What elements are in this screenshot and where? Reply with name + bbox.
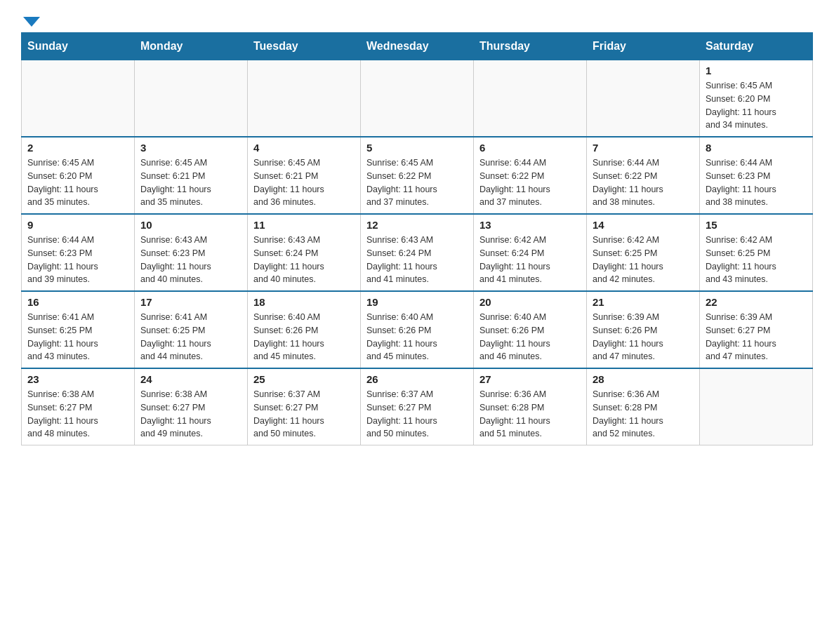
calendar-cell: 25Sunrise: 6:37 AMSunset: 6:27 PMDayligh…: [248, 368, 361, 445]
day-info: Sunrise: 6:44 AMSunset: 6:23 PMDaylight:…: [706, 156, 807, 209]
day-info: Sunrise: 6:37 AMSunset: 6:27 PMDaylight:…: [366, 388, 468, 441]
calendar-cell: 19Sunrise: 6:40 AMSunset: 6:26 PMDayligh…: [361, 291, 474, 368]
day-number: 14: [593, 219, 694, 231]
day-number: 23: [27, 373, 128, 385]
calendar-cell: 3Sunrise: 6:45 AMSunset: 6:21 PMDaylight…: [135, 137, 248, 214]
calendar-cell: [361, 60, 474, 137]
calendar-cell: [700, 368, 813, 445]
day-info: Sunrise: 6:45 AMSunset: 6:21 PMDaylight:…: [253, 156, 355, 209]
day-number: 24: [140, 373, 241, 385]
day-number: 13: [479, 219, 581, 231]
logo: [21, 14, 40, 25]
calendar-cell: 10Sunrise: 6:43 AMSunset: 6:23 PMDayligh…: [135, 214, 248, 291]
day-info: Sunrise: 6:38 AMSunset: 6:27 PMDaylight:…: [140, 388, 241, 441]
day-info: Sunrise: 6:36 AMSunset: 6:28 PMDaylight:…: [479, 388, 581, 441]
calendar-cell: 27Sunrise: 6:36 AMSunset: 6:28 PMDayligh…: [474, 368, 587, 445]
day-number: 16: [27, 296, 128, 308]
calendar-week-row: 1Sunrise: 6:45 AMSunset: 6:20 PMDaylight…: [22, 60, 813, 137]
day-info: Sunrise: 6:44 AMSunset: 6:22 PMDaylight:…: [593, 156, 694, 209]
day-number: 1: [706, 65, 807, 76]
day-info: Sunrise: 6:41 AMSunset: 6:25 PMDaylight:…: [27, 311, 128, 363]
header-sunday: Sunday: [22, 33, 135, 60]
day-number: 28: [593, 373, 694, 385]
day-info: Sunrise: 6:45 AMSunset: 6:22 PMDaylight:…: [366, 156, 468, 209]
day-number: 19: [366, 296, 468, 308]
day-info: Sunrise: 6:45 AMSunset: 6:21 PMDaylight:…: [140, 156, 241, 209]
day-number: 5: [366, 142, 468, 154]
day-info: Sunrise: 6:39 AMSunset: 6:26 PMDaylight:…: [593, 311, 694, 363]
day-info: Sunrise: 6:36 AMSunset: 6:28 PMDaylight:…: [593, 388, 694, 441]
calendar-cell: 11Sunrise: 6:43 AMSunset: 6:24 PMDayligh…: [248, 214, 361, 291]
day-number: 12: [366, 219, 468, 231]
calendar-week-row: 2Sunrise: 6:45 AMSunset: 6:20 PMDaylight…: [22, 137, 813, 214]
calendar-cell: 16Sunrise: 6:41 AMSunset: 6:25 PMDayligh…: [22, 291, 135, 368]
day-info: Sunrise: 6:38 AMSunset: 6:27 PMDaylight:…: [27, 388, 128, 441]
day-number: 10: [140, 219, 241, 231]
calendar-header-row: SundayMondayTuesdayWednesdayThursdayFrid…: [22, 33, 813, 60]
calendar-cell: 7Sunrise: 6:44 AMSunset: 6:22 PMDaylight…: [587, 137, 700, 214]
day-number: 18: [253, 296, 355, 308]
day-number: 4: [253, 142, 355, 154]
calendar-cell: [135, 60, 248, 137]
day-number: 25: [253, 373, 355, 385]
calendar-cell: 21Sunrise: 6:39 AMSunset: 6:26 PMDayligh…: [587, 291, 700, 368]
calendar-cell: [248, 60, 361, 137]
calendar-table: SundayMondayTuesdayWednesdayThursdayFrid…: [21, 32, 813, 445]
calendar-cell: 1Sunrise: 6:45 AMSunset: 6:20 PMDaylight…: [700, 60, 813, 137]
calendar-cell: 17Sunrise: 6:41 AMSunset: 6:25 PMDayligh…: [135, 291, 248, 368]
calendar-cell: [22, 60, 135, 137]
day-number: 3: [140, 142, 241, 154]
day-info: Sunrise: 6:42 AMSunset: 6:25 PMDaylight:…: [593, 234, 694, 286]
header-monday: Monday: [135, 33, 248, 60]
day-number: 21: [593, 296, 694, 308]
day-info: Sunrise: 6:39 AMSunset: 6:27 PMDaylight:…: [706, 311, 807, 363]
day-info: Sunrise: 6:40 AMSunset: 6:26 PMDaylight:…: [366, 311, 468, 363]
day-info: Sunrise: 6:43 AMSunset: 6:24 PMDaylight:…: [366, 234, 468, 286]
calendar-cell: 23Sunrise: 6:38 AMSunset: 6:27 PMDayligh…: [22, 368, 135, 445]
day-number: 2: [27, 142, 128, 154]
day-number: 26: [366, 373, 468, 385]
header-thursday: Thursday: [474, 33, 587, 60]
header-saturday: Saturday: [700, 33, 813, 60]
calendar-week-row: 16Sunrise: 6:41 AMSunset: 6:25 PMDayligh…: [22, 291, 813, 368]
calendar-cell: [474, 60, 587, 137]
day-number: 17: [140, 296, 241, 308]
calendar-cell: 2Sunrise: 6:45 AMSunset: 6:20 PMDaylight…: [22, 137, 135, 214]
day-info: Sunrise: 6:42 AMSunset: 6:25 PMDaylight:…: [706, 234, 807, 286]
calendar-week-row: 9Sunrise: 6:44 AMSunset: 6:23 PMDaylight…: [22, 214, 813, 291]
calendar-cell: 5Sunrise: 6:45 AMSunset: 6:22 PMDaylight…: [361, 137, 474, 214]
calendar-cell: 14Sunrise: 6:42 AMSunset: 6:25 PMDayligh…: [587, 214, 700, 291]
day-number: 6: [479, 142, 581, 154]
calendar-cell: 28Sunrise: 6:36 AMSunset: 6:28 PMDayligh…: [587, 368, 700, 445]
calendar-cell: 20Sunrise: 6:40 AMSunset: 6:26 PMDayligh…: [474, 291, 587, 368]
calendar-cell: 26Sunrise: 6:37 AMSunset: 6:27 PMDayligh…: [361, 368, 474, 445]
day-number: 27: [479, 373, 581, 385]
day-number: 9: [27, 219, 128, 231]
day-info: Sunrise: 6:45 AMSunset: 6:20 PMDaylight:…: [706, 79, 807, 132]
page-header: [21, 14, 813, 25]
calendar-cell: 8Sunrise: 6:44 AMSunset: 6:23 PMDaylight…: [700, 137, 813, 214]
day-info: Sunrise: 6:43 AMSunset: 6:23 PMDaylight:…: [140, 234, 241, 286]
day-info: Sunrise: 6:42 AMSunset: 6:24 PMDaylight:…: [479, 234, 581, 286]
day-info: Sunrise: 6:45 AMSunset: 6:20 PMDaylight:…: [27, 156, 128, 209]
calendar-cell: 6Sunrise: 6:44 AMSunset: 6:22 PMDaylight…: [474, 137, 587, 214]
calendar-cell: 12Sunrise: 6:43 AMSunset: 6:24 PMDayligh…: [361, 214, 474, 291]
calendar-cell: 4Sunrise: 6:45 AMSunset: 6:21 PMDaylight…: [248, 137, 361, 214]
calendar-cell: 15Sunrise: 6:42 AMSunset: 6:25 PMDayligh…: [700, 214, 813, 291]
day-info: Sunrise: 6:43 AMSunset: 6:24 PMDaylight:…: [253, 234, 355, 286]
day-info: Sunrise: 6:37 AMSunset: 6:27 PMDaylight:…: [253, 388, 355, 441]
day-number: 20: [479, 296, 581, 308]
day-number: 15: [706, 219, 807, 231]
day-info: Sunrise: 6:40 AMSunset: 6:26 PMDaylight:…: [253, 311, 355, 363]
calendar-cell: 22Sunrise: 6:39 AMSunset: 6:27 PMDayligh…: [700, 291, 813, 368]
calendar-week-row: 23Sunrise: 6:38 AMSunset: 6:27 PMDayligh…: [22, 368, 813, 445]
day-number: 7: [593, 142, 694, 154]
day-number: 8: [706, 142, 807, 154]
day-number: 11: [253, 219, 355, 231]
calendar-cell: 13Sunrise: 6:42 AMSunset: 6:24 PMDayligh…: [474, 214, 587, 291]
header-friday: Friday: [587, 33, 700, 60]
header-tuesday: Tuesday: [248, 33, 361, 60]
day-number: 22: [706, 296, 807, 308]
day-info: Sunrise: 6:44 AMSunset: 6:22 PMDaylight:…: [479, 156, 581, 209]
day-info: Sunrise: 6:44 AMSunset: 6:23 PMDaylight:…: [27, 234, 128, 286]
